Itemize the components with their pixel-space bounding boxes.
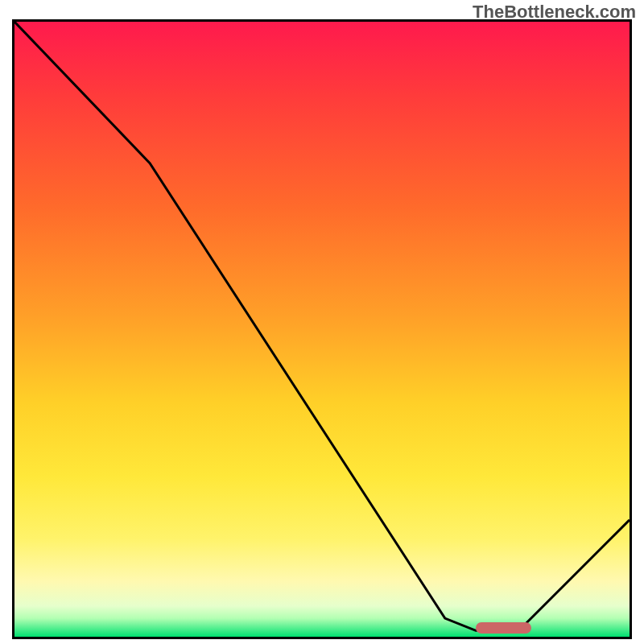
bottleneck-curve xyxy=(14,22,630,637)
optimal-range-marker xyxy=(476,622,531,634)
curve-path xyxy=(14,22,630,630)
watermark-text: TheBottleneck.com xyxy=(473,2,636,23)
plot-area xyxy=(12,19,632,639)
chart-container: TheBottleneck.com xyxy=(0,0,644,644)
